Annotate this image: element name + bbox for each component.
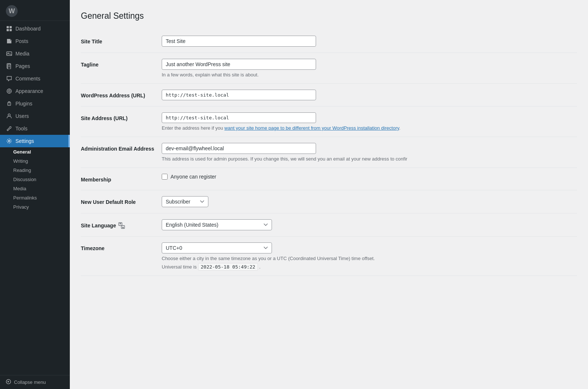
tools-icon bbox=[6, 125, 12, 132]
wp-address-row: WordPress Address (URL) bbox=[81, 84, 577, 107]
timezone-select[interactable]: UTC+0 UTC-5 UTC+1 bbox=[162, 242, 272, 253]
admin-email-label: Administration Email Address bbox=[81, 137, 162, 168]
site-language-select[interactable]: English (United States) bbox=[162, 219, 272, 230]
new-user-role-select[interactable]: Subscriber Contributor Author Editor Adm… bbox=[162, 196, 208, 207]
sidebar-item-pages-label: Pages bbox=[15, 63, 30, 69]
collapse-icon bbox=[6, 379, 11, 385]
svg-rect-0 bbox=[7, 26, 9, 28]
site-address-input[interactable] bbox=[162, 112, 316, 123]
site-language-label-wrap: Site Language bbox=[81, 222, 158, 229]
admin-email-row: Administration Email Address This addres… bbox=[81, 137, 577, 168]
sidebar-item-comments-label: Comments bbox=[15, 76, 40, 82]
site-address-desc-suffix: . bbox=[399, 125, 401, 131]
sidebar-item-tools-label: Tools bbox=[15, 126, 28, 132]
membership-label: Membership bbox=[81, 168, 162, 190]
sidebar-item-users[interactable]: Users bbox=[0, 110, 70, 122]
settings-sub-nav: General Writing Reading Discussion Media… bbox=[0, 147, 70, 212]
admin-email-description: This address is used for admin purposes.… bbox=[162, 156, 573, 162]
sub-nav-permalinks[interactable]: Permalinks bbox=[0, 193, 70, 202]
sub-nav-media[interactable]: Media bbox=[0, 184, 70, 193]
sidebar-item-settings-label: Settings bbox=[15, 138, 34, 144]
timezone-label: Timezone bbox=[81, 237, 162, 276]
sub-nav-privacy[interactable]: Privacy bbox=[0, 202, 70, 212]
svg-point-15 bbox=[8, 114, 10, 116]
sidebar: W Dashboard Posts Media Pages bbox=[0, 0, 70, 389]
svg-rect-3 bbox=[10, 29, 12, 31]
settings-form: Site Title Tagline In a few words, expla… bbox=[81, 30, 577, 276]
membership-row: Membership Anyone can register bbox=[81, 168, 577, 190]
media-icon bbox=[6, 50, 12, 57]
translate-icon bbox=[118, 222, 125, 229]
sidebar-item-tools[interactable]: Tools bbox=[0, 122, 70, 135]
site-language-row: Site Language English (United States) bbox=[81, 213, 577, 237]
svg-point-13 bbox=[8, 90, 10, 92]
membership-checkbox[interactable] bbox=[162, 174, 168, 180]
site-title-cell bbox=[162, 30, 577, 53]
wp-address-cell bbox=[162, 84, 577, 107]
sidebar-item-users-label: Users bbox=[15, 113, 29, 119]
sub-nav-discussion[interactable]: Discussion bbox=[0, 175, 70, 184]
pages-icon bbox=[6, 63, 12, 69]
membership-checkbox-label[interactable]: Anyone can register bbox=[171, 174, 216, 180]
svg-rect-2 bbox=[7, 29, 9, 31]
wp-logo-area: W bbox=[0, 0, 70, 21]
timezone-row: Timezone UTC+0 UTC-5 UTC+1 Choose either… bbox=[81, 237, 577, 276]
site-language-cell: English (United States) bbox=[162, 213, 577, 237]
universal-time: Universal time is 2022-05-18 05:49:22 . bbox=[162, 264, 573, 270]
sub-nav-writing[interactable]: Writing bbox=[0, 156, 70, 166]
tagline-input[interactable] bbox=[162, 59, 316, 70]
tagline-description: In a few words, explain what this site i… bbox=[162, 72, 573, 78]
svg-point-16 bbox=[8, 140, 10, 142]
site-language-label-cell: Site Language bbox=[81, 213, 162, 237]
site-address-row: Site Address (URL) Enter the address her… bbox=[81, 107, 577, 137]
dashboard-icon bbox=[6, 25, 12, 32]
sidebar-item-media-label: Media bbox=[15, 51, 29, 57]
sidebar-item-plugins[interactable]: Plugins bbox=[0, 97, 70, 110]
svg-rect-1 bbox=[10, 26, 12, 28]
sidebar-item-comments[interactable]: Comments bbox=[0, 72, 70, 85]
collapse-menu-button[interactable]: Collapse menu bbox=[0, 375, 70, 389]
tagline-label: Tagline bbox=[81, 53, 162, 84]
sidebar-item-plugins-label: Plugins bbox=[15, 101, 32, 107]
wp-address-label: WordPress Address (URL) bbox=[81, 84, 162, 107]
sidebar-item-appearance[interactable]: Appearance bbox=[0, 85, 70, 97]
sidebar-nav: Dashboard Posts Media Pages Comments bbox=[0, 21, 70, 375]
site-address-desc-prefix: Enter the address here if you bbox=[162, 125, 225, 131]
universal-time-value: 2022-05-18 05:49:22 bbox=[198, 263, 258, 271]
new-user-role-label: New User Default Role bbox=[81, 190, 162, 213]
sub-nav-reading[interactable]: Reading bbox=[0, 166, 70, 175]
form-table: Site Title Tagline In a few words, expla… bbox=[81, 30, 577, 276]
membership-checkbox-row: Anyone can register bbox=[162, 174, 573, 180]
universal-time-suffix: . bbox=[259, 264, 261, 270]
site-address-label: Site Address (URL) bbox=[81, 107, 162, 137]
tagline-cell: In a few words, explain what this site i… bbox=[162, 53, 577, 84]
timezone-description: Choose either a city in the same timezon… bbox=[162, 256, 573, 261]
sidebar-item-appearance-label: Appearance bbox=[15, 88, 43, 94]
sidebar-item-dashboard-label: Dashboard bbox=[15, 26, 41, 32]
users-icon bbox=[6, 113, 12, 119]
site-title-label: Site Title bbox=[81, 30, 162, 53]
sidebar-item-media[interactable]: Media bbox=[0, 47, 70, 60]
sub-nav-general[interactable]: General bbox=[0, 147, 70, 156]
sidebar-item-pages[interactable]: Pages bbox=[0, 60, 70, 72]
wp-address-input[interactable] bbox=[162, 90, 316, 100]
main-content: General Settings Site Title Tagline In a… bbox=[70, 0, 588, 389]
page-title: General Settings bbox=[81, 11, 577, 21]
site-title-input[interactable] bbox=[162, 36, 316, 47]
site-address-cell: Enter the address here if you want your … bbox=[162, 107, 577, 137]
comments-icon bbox=[6, 75, 12, 82]
collapse-menu-label: Collapse menu bbox=[14, 379, 46, 385]
wp-logo-icon: W bbox=[6, 5, 18, 17]
site-language-text: Site Language bbox=[81, 223, 116, 228]
sidebar-item-posts-label: Posts bbox=[15, 38, 28, 44]
new-user-role-cell: Subscriber Contributor Author Editor Adm… bbox=[162, 190, 577, 213]
site-address-description: Enter the address here if you want your … bbox=[162, 125, 573, 131]
site-address-link[interactable]: want your site home page to be different… bbox=[225, 125, 399, 131]
sidebar-item-posts[interactable]: Posts bbox=[0, 35, 70, 47]
admin-email-input[interactable] bbox=[162, 143, 316, 154]
sidebar-item-settings[interactable]: Settings bbox=[0, 135, 70, 147]
plugins-icon bbox=[6, 100, 12, 107]
sidebar-item-dashboard[interactable]: Dashboard bbox=[0, 22, 70, 35]
timezone-cell: UTC+0 UTC-5 UTC+1 Choose either a city i… bbox=[162, 237, 577, 276]
new-user-role-row: New User Default Role Subscriber Contrib… bbox=[81, 190, 577, 213]
